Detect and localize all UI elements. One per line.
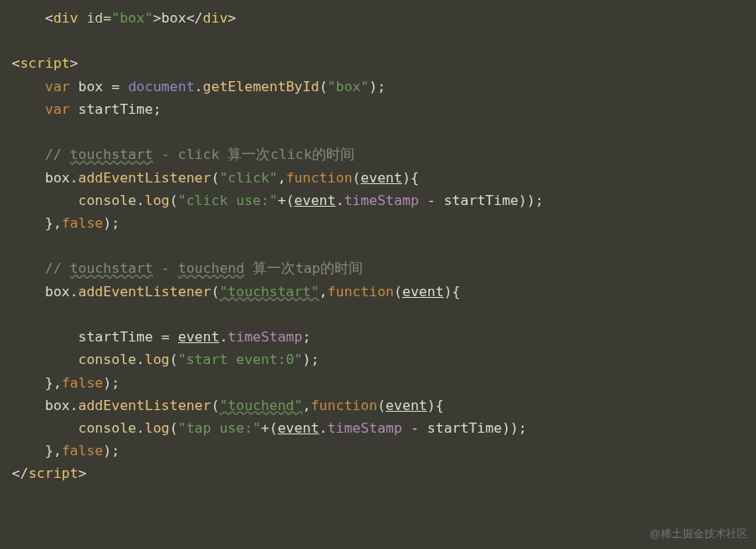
- tag-script-open: script: [20, 55, 70, 71]
- tag-div: div: [54, 10, 79, 26]
- code-block: <div id="box">box</div> <script> var box…: [0, 0, 756, 492]
- watermark: @稀土掘金技术社区: [650, 525, 748, 542]
- tag-script-close: script: [28, 465, 79, 481]
